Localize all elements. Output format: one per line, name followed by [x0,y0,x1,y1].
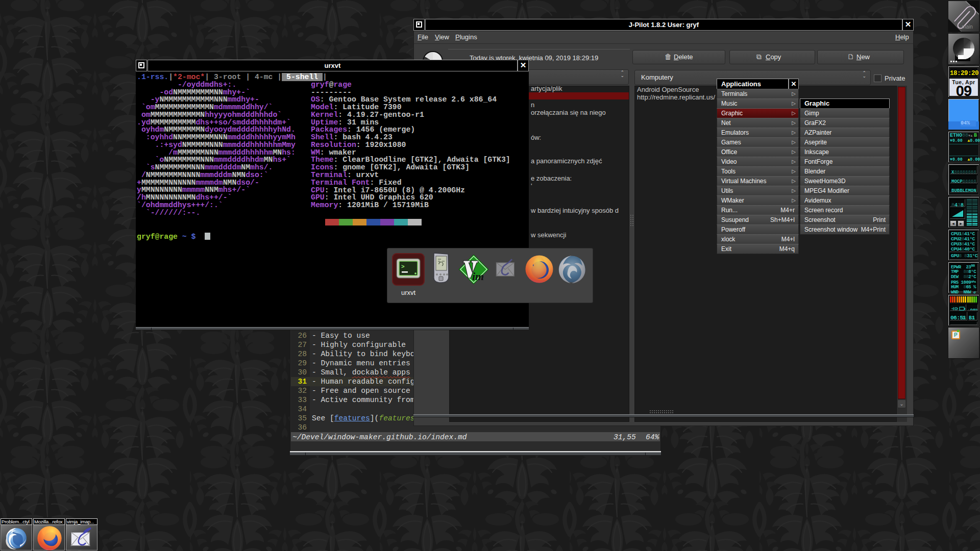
svg-text:>: > [401,264,405,270]
svg-text:main: main [962,24,973,30]
svg-text:im: im [472,270,484,283]
